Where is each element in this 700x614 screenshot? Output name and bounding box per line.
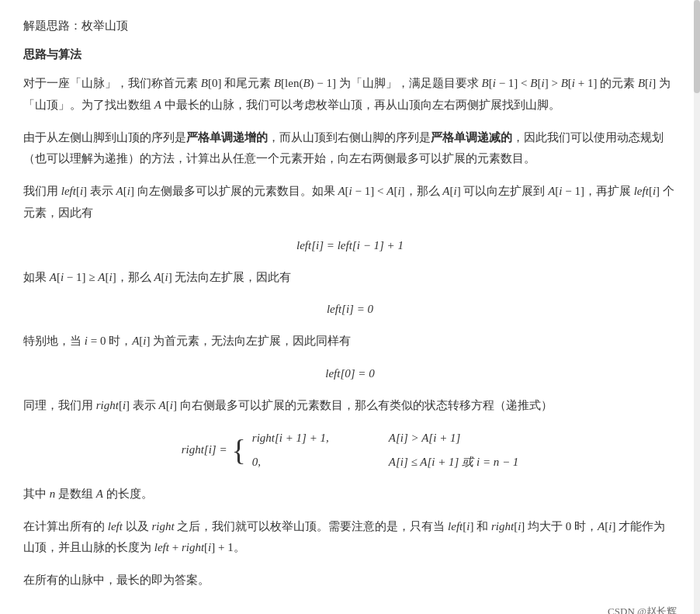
paragraph-9: 在所有的山脉中，最长的即为答案。 — [23, 570, 677, 591]
brace-icon: { — [232, 435, 246, 465]
scrollbar-track[interactable] — [694, 0, 700, 614]
title-line: 解题思路：枚举山顶 — [23, 16, 677, 36]
paragraph-4: 如果 A[i − 1] ≥ A[i]，那么 A[i] 无法向左扩展，因此有 — [23, 267, 677, 289]
paragraph-6: 同理，我们用 right[i] 表示 A[i] 向右侧最多可以扩展的元素数目，那… — [23, 395, 677, 417]
paragraph-7: 其中 n 是数组 A 的长度。 — [23, 484, 677, 505]
piecewise-formula: right[i] = { right[i + 1] + 1, A[i] > A[… — [23, 428, 677, 473]
paragraph-1: 对于一座「山脉」，我们称首元素 B[0] 和尾元素 B[len(B) − 1] … — [23, 73, 677, 116]
piecewise-cases: right[i + 1] + 1, A[i] > A[i + 1] 0, A[i… — [252, 428, 519, 473]
footer: CSDN @赵长辉 — [23, 602, 677, 614]
paragraph-8: 在计算出所有的 left 以及 right 之后，我们就可以枚举山顶。需要注意的… — [23, 516, 677, 560]
formula-2: left[i] = 0 — [23, 299, 677, 320]
scrollbar-thumb[interactable] — [694, 0, 700, 93]
piecewise-label: right[i] = — [182, 439, 227, 460]
piecewise-case-1: right[i + 1] + 1, A[i] > A[i + 1] — [252, 428, 519, 449]
piecewise-case-2: 0, A[i] ≤ A[i + 1] 或 i = n − 1 — [252, 452, 519, 473]
paragraph-5: 特别地，当 i = 0 时，A[i] 为首元素，无法向左扩展，因此同样有 — [23, 331, 677, 352]
section-title: 思路与算法 — [23, 44, 677, 65]
paragraph-3: 我们用 left[i] 表示 A[i] 向左侧最多可以扩展的元素数目。如果 A[… — [23, 181, 677, 224]
formula-1: left[i] = left[i − 1] + 1 — [23, 235, 677, 256]
paragraph-2: 由于从左侧山脚到山顶的序列是严格单调递增的，而从山顶到右侧山脚的序列是严格单调递… — [23, 127, 677, 171]
formula-3: left[0] = 0 — [23, 363, 677, 384]
